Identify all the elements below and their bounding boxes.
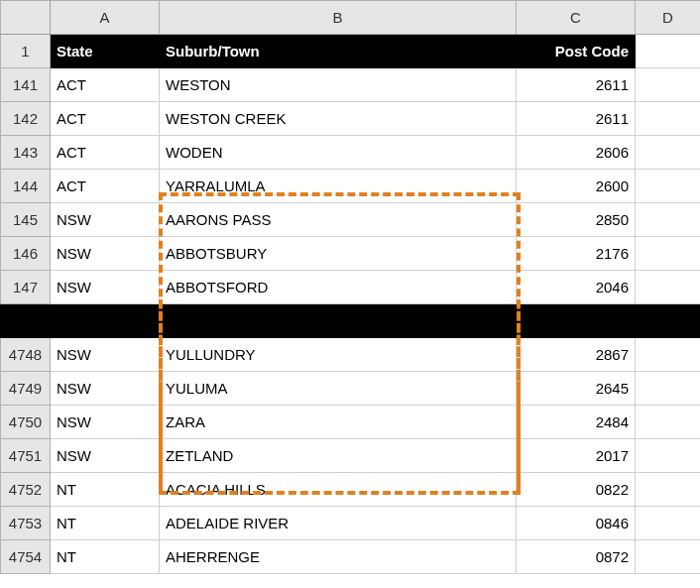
gap-row — [1, 304, 701, 338]
row-header[interactable]: 1 — [1, 35, 51, 68]
table-row: 147 NSW ABBOTSFORD 2046 — [1, 271, 701, 304]
cell-postcode[interactable]: 2850 — [517, 203, 636, 237]
cell-postcode[interactable]: 2176 — [517, 237, 636, 271]
table-row: 146 NSW ABBOTSBURY 2176 — [1, 237, 701, 271]
row-header[interactable]: 144 — [1, 170, 51, 203]
col-header-B[interactable]: B — [160, 1, 517, 35]
cell-state[interactable]: NT — [51, 507, 160, 540]
cell-postcode[interactable]: 2046 — [517, 271, 636, 304]
table-row: 4749 NSW YULUMA 2645 — [1, 372, 701, 406]
row-header[interactable]: 141 — [1, 68, 51, 102]
cell-state[interactable]: ACT — [51, 68, 160, 102]
cell-empty[interactable] — [636, 68, 701, 102]
cell-postcode[interactable]: 0822 — [517, 473, 636, 507]
select-all-corner[interactable] — [1, 1, 51, 35]
cell-postcode[interactable]: 2600 — [517, 170, 636, 203]
row-header[interactable]: 4751 — [1, 439, 51, 473]
cell-postcode[interactable]: 2867 — [517, 338, 636, 372]
cell-state-header[interactable]: State — [51, 35, 160, 68]
table-row: 4753 NT ADELAIDE RIVER 0846 — [1, 507, 701, 540]
table-row: 141 ACT WESTON 2611 — [1, 68, 701, 102]
cell-suburb[interactable]: AARONS PASS — [160, 203, 517, 237]
row-header[interactable]: 4752 — [1, 473, 51, 507]
cell-empty[interactable] — [636, 473, 701, 507]
cell-postcode[interactable]: 0846 — [517, 507, 636, 540]
cell-empty[interactable] — [636, 170, 701, 203]
cell-state[interactable]: NSW — [51, 203, 160, 237]
row-header[interactable]: 4750 — [1, 406, 51, 439]
cell-empty[interactable] — [636, 271, 701, 304]
cell-state[interactable]: NSW — [51, 237, 160, 271]
col-header-A[interactable]: A — [51, 1, 160, 35]
cell-suburb[interactable]: ABBOTSFORD — [160, 271, 517, 304]
cell-state[interactable]: NSW — [51, 406, 160, 439]
col-header-C[interactable]: C — [517, 1, 636, 35]
cell-state[interactable]: NSW — [51, 338, 160, 372]
cell-suburb[interactable]: YARRALUMLA — [160, 170, 517, 203]
cell-postcode[interactable]: 2484 — [517, 406, 636, 439]
table-row: 4748 NSW YULLUNDRY 2867 — [1, 338, 701, 372]
cell-empty[interactable] — [636, 507, 701, 540]
cell-postcode[interactable]: 2611 — [517, 68, 636, 102]
cell-suburb[interactable]: ACACIA HILLS — [160, 473, 517, 507]
cell-state[interactable]: ACT — [51, 102, 160, 136]
cell-suburb-header[interactable]: Suburb/Town — [160, 35, 517, 68]
column-header-row: A B C D — [1, 1, 701, 35]
cell-state[interactable]: NSW — [51, 439, 160, 473]
cell-empty[interactable] — [636, 35, 701, 68]
cell-empty[interactable] — [636, 406, 701, 439]
cell-suburb[interactable]: ADELAIDE RIVER — [160, 507, 517, 540]
cell-empty[interactable] — [636, 338, 701, 372]
spreadsheet-table: A B C D 1 State Suburb/Town Post Code 14… — [0, 0, 700, 574]
cell-postcode[interactable]: 2606 — [517, 136, 636, 170]
table-row: 143 ACT WODEN 2606 — [1, 136, 701, 170]
cell-suburb[interactable]: ZARA — [160, 406, 517, 439]
cell-empty[interactable] — [636, 372, 701, 406]
cell-state[interactable]: NT — [51, 473, 160, 507]
cell-empty[interactable] — [636, 540, 701, 574]
cell-suburb[interactable]: ABBOTSBURY — [160, 237, 517, 271]
row-header[interactable]: 145 — [1, 203, 51, 237]
header-row: 1 State Suburb/Town Post Code — [1, 35, 701, 68]
row-header[interactable]: 142 — [1, 102, 51, 136]
table-row: 4751 NSW ZETLAND 2017 — [1, 439, 701, 473]
cell-suburb[interactable]: YULLUNDRY — [160, 338, 517, 372]
cell-postcode[interactable]: 2017 — [517, 439, 636, 473]
col-header-D[interactable]: D — [636, 1, 701, 35]
cell-suburb[interactable]: ZETLAND — [160, 439, 517, 473]
cell-postcode-header[interactable]: Post Code — [517, 35, 636, 68]
cell-empty[interactable] — [636, 203, 701, 237]
table-row: 142 ACT WESTON CREEK 2611 — [1, 102, 701, 136]
cell-suburb[interactable]: WESTON — [160, 68, 517, 102]
cell-empty[interactable] — [636, 237, 701, 271]
cell-empty[interactable] — [636, 136, 701, 170]
cell-suburb[interactable]: WODEN — [160, 136, 517, 170]
cell-empty[interactable] — [636, 102, 701, 136]
cell-postcode[interactable]: 2611 — [517, 102, 636, 136]
row-header[interactable]: 4749 — [1, 372, 51, 406]
row-header[interactable]: 146 — [1, 237, 51, 271]
cell-state[interactable]: NSW — [51, 271, 160, 304]
table-row: 4750 NSW ZARA 2484 — [1, 406, 701, 439]
cell-state[interactable]: NSW — [51, 372, 160, 406]
cell-state[interactable]: ACT — [51, 170, 160, 203]
cell-state[interactable]: ACT — [51, 136, 160, 170]
spreadsheet-container: A B C D 1 State Suburb/Town Post Code 14… — [0, 0, 700, 574]
cell-suburb[interactable]: WESTON CREEK — [160, 102, 517, 136]
cell-postcode[interactable]: 2645 — [517, 372, 636, 406]
table-row: 144 ACT YARRALUMLA 2600 — [1, 170, 701, 203]
row-header[interactable]: 4754 — [1, 540, 51, 574]
cell-empty[interactable] — [636, 439, 701, 473]
cell-state[interactable]: NT — [51, 540, 160, 574]
table-row: 145 NSW AARONS PASS 2850 — [1, 203, 701, 237]
cell-suburb[interactable]: AHERRENGE — [160, 540, 517, 574]
row-header[interactable]: 143 — [1, 136, 51, 170]
row-header[interactable]: 4753 — [1, 507, 51, 540]
cell-suburb[interactable]: YULUMA — [160, 372, 517, 406]
table-row: 4754 NT AHERRENGE 0872 — [1, 540, 701, 574]
table-row: 4752 NT ACACIA HILLS 0822 — [1, 473, 701, 507]
cell-postcode[interactable]: 0872 — [517, 540, 636, 574]
row-header[interactable]: 4748 — [1, 338, 51, 372]
row-header[interactable]: 147 — [1, 271, 51, 304]
